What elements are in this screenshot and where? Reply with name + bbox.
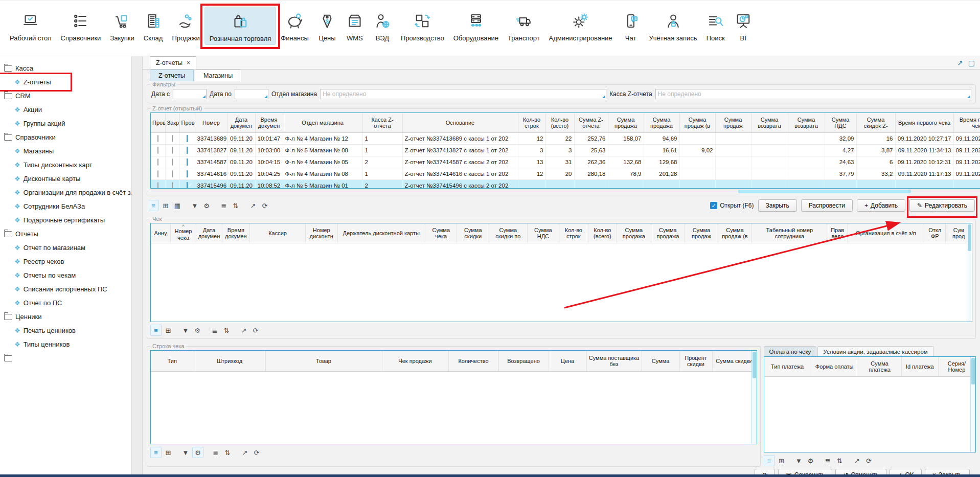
column-header[interactable]: Табельный номер сотрудника [752, 223, 827, 243]
column-header[interactable]: Тип платежа [764, 357, 811, 377]
list-view-icon[interactable]: ≡ [150, 325, 162, 336]
refresh-icon[interactable]: ⟳ [252, 447, 262, 458]
toolbar-item-admin[interactable]: Администрирование [544, 7, 617, 44]
table-row[interactable]: 33741368909.11.2010:01:47Ф-л № 4 Магазин… [151, 133, 980, 145]
toolbar-item-purchases[interactable]: Закупки [105, 7, 139, 44]
toolbar-item-sales[interactable]: Продажи [167, 7, 204, 44]
payment-scroll-thumb[interactable] [971, 358, 975, 384]
column-header[interactable]: Прав ведс [827, 223, 848, 243]
table-row[interactable]: 33741458709.11.2010:04:15Ф-л № 4 Магазин… [151, 156, 980, 168]
list-view-icon[interactable]: ≡ [764, 455, 775, 466]
column-header[interactable]: Время послед чека [953, 113, 980, 133]
sidebar-item-сотрудники-белаза[interactable]: ❖Сотрудники БелАЗа [0, 199, 131, 213]
column-header[interactable]: Сумма НДС [527, 223, 559, 243]
column-header[interactable]: Кол-во строк [518, 113, 545, 133]
column-header[interactable]: Сумма продаж [715, 113, 751, 133]
column-header[interactable]: Сумма скидки [457, 223, 489, 243]
column-header[interactable]: Сумма продажа [608, 113, 644, 133]
column-header[interactable]: Пров [151, 113, 165, 133]
open-window-icon[interactable]: ↗ [852, 456, 862, 466]
sidebar-item-типы-ценников[interactable]: ❖Типы ценников [0, 337, 131, 351]
column-header[interactable]: Откл ФР [924, 223, 946, 243]
column-header[interactable]: Сумма НДС [825, 113, 856, 133]
toolbar-item-chat[interactable]: Чат [617, 7, 645, 44]
sidebar-item-отчет-по-пс[interactable]: ❖Отчет по ПС [0, 296, 131, 310]
row-checkbox[interactable] [187, 170, 188, 177]
row-checkbox[interactable] [157, 182, 158, 189]
grid-view-icon[interactable]: ⊞ [163, 325, 173, 335]
table-row[interactable]: 33741549609.11.2010:08:52Ф-л № 5 Магазин… [151, 180, 980, 189]
toolbar-item-warehouse[interactable]: Склад [139, 7, 168, 44]
register-filter-input[interactable] [656, 89, 971, 99]
sidebar-item-касса[interactable]: Касса [0, 61, 131, 75]
column-header[interactable]: Чек продажи [382, 351, 448, 372]
toolbar-item-account[interactable]: Учётная запись [645, 7, 702, 44]
edit-button[interactable]: ✎Редактировать [909, 199, 975, 212]
column-header[interactable]: Время первого чека [895, 113, 953, 133]
sidebar-item-ценники[interactable]: Ценники [0, 310, 131, 324]
numbered-list-icon[interactable]: ≣ [823, 456, 833, 466]
sidebar-item-списания-испорченных-пс[interactable]: ❖Списания испорченных ПС [0, 282, 131, 296]
document-tab-zreports[interactable]: Z-отчеты × [150, 56, 196, 69]
column-header[interactable]: Время докумен [222, 223, 249, 243]
column-header[interactable]: Кол-во (всего) [588, 223, 617, 243]
column-header[interactable]: Процент скидки [679, 351, 712, 372]
column-header[interactable]: Кол-во строк [559, 223, 588, 243]
sidebar-item-crm[interactable]: CRM [0, 89, 131, 103]
toolbar-item-finance[interactable]: Финансы [276, 7, 313, 44]
sidebar-item-реестр-чеков[interactable]: ❖Реестр чеков [0, 255, 131, 268]
row-checkbox[interactable] [172, 158, 173, 166]
refresh-icon[interactable]: ⟳ [260, 200, 270, 211]
row-checkbox[interactable] [172, 135, 173, 142]
column-header[interactable]: Сумма продажа [651, 223, 685, 243]
refresh-icon[interactable]: ⟳ [250, 325, 261, 335]
column-header[interactable]: Серия/ Номер [938, 357, 975, 377]
row-checkbox[interactable] [157, 135, 158, 142]
column-header[interactable]: Тип [151, 351, 194, 372]
column-header[interactable]: Сумма продажа [617, 223, 651, 243]
column-header[interactable]: Id платежа [901, 357, 938, 377]
column-header[interactable]: Возвращено [498, 351, 549, 372]
column-header[interactable]: Сумма скидки по [489, 223, 528, 243]
expand-icon[interactable]: ↗ [957, 59, 963, 67]
row-checkbox[interactable] [157, 170, 158, 177]
add-button[interactable]: +Добавить [857, 199, 905, 212]
column-header[interactable]: Основание [402, 113, 518, 133]
row-checkbox[interactable] [157, 158, 158, 166]
toolbar-item-equipment[interactable]: Оборудование [449, 7, 503, 44]
column-header[interactable]: Закр [165, 113, 179, 133]
column-header[interactable]: Отдел магазина [283, 113, 362, 133]
settings-gear-icon[interactable]: ⚙ [806, 456, 816, 466]
toolbar-item-bi[interactable]: BI [730, 7, 757, 44]
close-button[interactable]: Закрыть [758, 199, 797, 212]
column-header[interactable]: Пров [179, 113, 195, 133]
refresh-icon[interactable]: ⟳ [864, 456, 874, 466]
sidebar-splitter[interactable] [132, 56, 143, 476]
table-row[interactable]: 33741461609.11.2010:04:25Ф-л № 4 Магазин… [151, 168, 980, 180]
column-header[interactable]: Анну [151, 223, 170, 243]
column-header[interactable]: Сумма платежа [858, 357, 901, 377]
settings-gear-icon[interactable]: ⚙ [192, 447, 203, 458]
row-checkbox[interactable] [172, 147, 173, 154]
sort-icon[interactable]: ⇅ [221, 325, 232, 335]
numbered-list-icon[interactable]: ≣ [211, 447, 221, 458]
check-scroll-thumb[interactable] [968, 224, 971, 251]
filter-icon[interactable]: ▼ [180, 447, 191, 458]
horizontal-scrollbar-thumb[interactable] [738, 190, 911, 193]
open-window-icon[interactable]: ↗ [239, 325, 249, 335]
popout-icon[interactable]: ▢ [968, 59, 975, 67]
date-from-input[interactable] [173, 89, 206, 99]
numbered-list-icon[interactable]: ≣ [219, 200, 229, 211]
open-window-icon[interactable]: ↗ [240, 447, 250, 458]
sidebar-item-группы-акций[interactable]: ❖Группы акций [0, 117, 131, 130]
filter-icon[interactable]: ▼ [180, 325, 191, 335]
column-header[interactable]: Сумма чека [425, 223, 457, 243]
column-header[interactable]: Сумма скидки [712, 351, 756, 372]
column-header[interactable]: Организация в счёт з/п [848, 223, 924, 243]
column-header[interactable]: Время докумен [255, 113, 283, 133]
payment-tab-0[interactable]: Оплата по чеку [764, 346, 817, 356]
list-view-icon[interactable]: ≡ [150, 447, 162, 458]
date-to-input[interactable] [235, 89, 268, 99]
store-filter-input[interactable] [321, 89, 606, 99]
column-header[interactable]: Товар [265, 351, 382, 372]
